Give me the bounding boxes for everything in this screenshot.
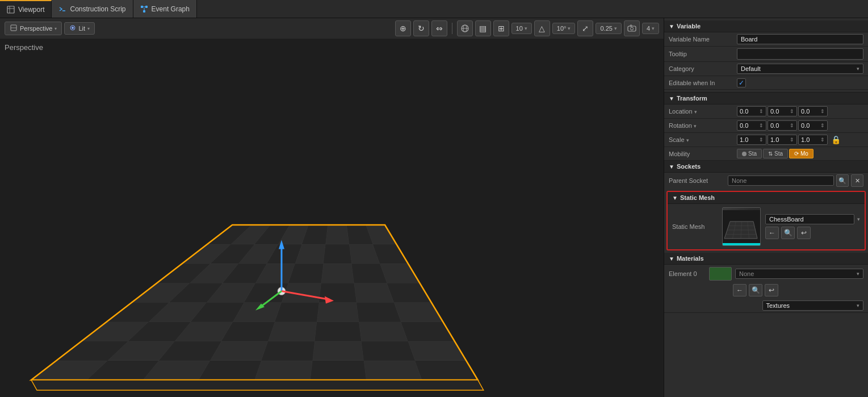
mesh-search-btn[interactable]: 🔍 xyxy=(781,227,795,239)
mobility-stationary-arrow-icon: ⇅ xyxy=(768,151,773,157)
sockets-arrow-icon: ▼ xyxy=(669,164,674,170)
mat-search-btn[interactable]: 🔍 xyxy=(749,284,762,296)
angle-icon-btn[interactable]: △ xyxy=(534,20,550,36)
scale-value: 1.0 ⇕ 1.0 ⇕ 1.0 ⇕ 🔒 xyxy=(737,135,863,145)
element0-dropdown[interactable]: None ▾ xyxy=(735,269,863,279)
sockets-section-header[interactable]: ▼ Sockets xyxy=(664,161,868,173)
parent-socket-input[interactable]: None xyxy=(728,175,834,186)
svg-rect-6 xyxy=(143,10,145,12)
socket-search-btn[interactable]: 🔍 xyxy=(836,174,849,187)
tab-bar: Viewport Construction Scrip Event Graph xyxy=(0,0,868,18)
category-dropdown-arrow: ▾ xyxy=(857,66,859,72)
camera-btn[interactable] xyxy=(624,20,640,36)
mesh-arrow-left-btn[interactable]: ← xyxy=(765,227,779,239)
mobility-movable-btn[interactable]: ⟳ Mo xyxy=(789,149,814,158)
tab-construction[interactable]: Construction Scrip xyxy=(52,0,133,18)
variable-name-label: Variable Name xyxy=(669,36,737,43)
scale-snap-btn[interactable]: 0.25 ▾ xyxy=(596,23,621,34)
checkbox-check-icon: ✓ xyxy=(739,79,744,87)
rotation-y-arrow-icon: ⇕ xyxy=(790,123,794,128)
mat-arrow-btn[interactable]: ← xyxy=(733,284,747,296)
transform-section-header[interactable]: ▼ Transform xyxy=(664,93,868,105)
variable-section: ▼ Variable Variable Name Board Tooltip xyxy=(664,18,868,93)
tab-event-graph[interactable]: Event Graph xyxy=(133,0,197,18)
rotation-y-input[interactable]: 0.0 ⇕ xyxy=(768,120,797,131)
maximize-btn[interactable]: ⤢ xyxy=(577,20,593,36)
element0-row: Element 0 None ▾ xyxy=(664,265,868,283)
right-panel: ▼ Variable Variable Name Board Tooltip xyxy=(664,18,868,397)
variable-section-header[interactable]: ▼ Variable xyxy=(664,20,868,32)
num4-value: 4 xyxy=(647,25,650,32)
location-z-arrow-icon: ⇕ xyxy=(820,108,825,114)
mat-refresh-btn[interactable]: ↩ xyxy=(765,284,778,296)
location-x-input[interactable]: 0.0 ⇕ xyxy=(737,106,766,116)
mesh-thumbnail-inner xyxy=(723,208,760,245)
graph-icon xyxy=(140,5,148,13)
sockets-section-title: Sockets xyxy=(677,163,701,170)
grid-btn[interactable]: ⊞ xyxy=(493,20,509,36)
materials-section-header[interactable]: ▼ Materials xyxy=(664,253,868,265)
location-y-input[interactable]: 0.0 ⇕ xyxy=(768,106,797,116)
static-mesh-arrow-icon: ▼ xyxy=(672,195,678,201)
variable-section-title: Variable xyxy=(677,23,701,30)
mesh-thumbnail xyxy=(722,207,761,246)
world-btn[interactable] xyxy=(457,20,473,36)
element0-color-box[interactable] xyxy=(709,267,732,281)
perspective-dropdown[interactable]: Perspective ▾ xyxy=(5,22,62,35)
snap-surface-btn[interactable]: ▤ xyxy=(475,20,491,36)
textures-dropdown[interactable]: Textures ▾ xyxy=(762,300,864,311)
snap-arrow-icon: ▾ xyxy=(525,26,527,31)
lit-label: Lit xyxy=(78,25,85,32)
static-mesh-section-header[interactable]: ▼ Static Mesh xyxy=(668,192,865,204)
svg-rect-0 xyxy=(7,6,14,13)
tab-viewport[interactable]: Viewport xyxy=(0,0,52,18)
static-mesh-section-title: Static Mesh xyxy=(680,194,715,201)
num4-btn[interactable]: 4 ▾ xyxy=(642,23,659,34)
mobility-static-btn[interactable]: Sta xyxy=(737,149,762,158)
editable-checkbox[interactable]: ✓ xyxy=(737,78,746,87)
mesh-refresh-btn[interactable]: ↩ xyxy=(797,227,811,239)
scale-y-input[interactable]: 1.0 ⇕ xyxy=(768,135,797,145)
viewport-area: Perspective ▾ Lit ▾ ⊕ ↻ ⇔ xyxy=(0,18,664,397)
variable-name-row: Variable Name Board xyxy=(664,32,868,47)
scale-label: Scale ▾ xyxy=(669,136,737,143)
scale-lock-icon: 🔒 xyxy=(831,135,841,144)
angle-value-btn[interactable]: 10° ▾ xyxy=(552,23,576,34)
tooltip-input[interactable] xyxy=(737,48,863,60)
location-x-arrow-icon: ⇕ xyxy=(759,108,764,114)
snap-value-btn[interactable]: 10 ▾ xyxy=(511,23,532,34)
rotation-z-input[interactable]: 0.0 ⇕ xyxy=(798,120,828,131)
mat-actions-row: ← 🔍 ↩ xyxy=(664,283,868,299)
editable-value: ✓ xyxy=(737,78,863,87)
toolbar-sep-1 xyxy=(452,23,452,34)
materials-section: ▼ Materials Element 0 None ▾ ← 🔍 ↩ xyxy=(664,253,868,313)
parent-socket-row: Parent Socket None 🔍 ✕ xyxy=(664,173,868,189)
script-icon xyxy=(58,5,66,13)
mobility-movable-icon: ⟳ xyxy=(794,151,799,157)
mobility-stationary-btn[interactable]: ⇅ Sta xyxy=(763,149,788,158)
translate-btn[interactable]: ⊕ xyxy=(395,20,411,36)
viewport-canvas[interactable]: Perspective xyxy=(0,39,664,397)
lit-dropdown[interactable]: Lit ▾ xyxy=(64,22,95,35)
mesh-preview-row: Static Mesh ChessBoard ▾ xyxy=(668,204,865,249)
category-dropdown[interactable]: Default ▾ xyxy=(737,64,863,74)
rotate-btn[interactable]: ↻ xyxy=(413,20,429,36)
rotation-x-input[interactable]: 0.0 ⇕ xyxy=(737,120,766,131)
angle-arrow-icon: ▾ xyxy=(568,26,571,31)
location-label: Location ▾ xyxy=(669,108,737,115)
scale-z-input[interactable]: 1.0 ⇕ xyxy=(798,135,828,145)
main-area: Perspective ▾ Lit ▾ ⊕ ↻ ⇔ xyxy=(0,18,868,397)
scale-x-input[interactable]: 1.0 ⇕ xyxy=(737,135,766,145)
variable-arrow-icon: ▼ xyxy=(669,23,674,30)
scale-dropdown-arrow-icon: ▾ xyxy=(686,137,689,143)
scale-btn[interactable]: ⇔ xyxy=(431,20,447,36)
socket-clear-btn[interactable]: ✕ xyxy=(851,174,863,187)
location-z-input[interactable]: 0.0 ⇕ xyxy=(798,106,828,116)
svg-rect-18 xyxy=(630,25,632,27)
variable-name-input[interactable]: Board xyxy=(737,34,863,44)
element0-label: Element 0 xyxy=(669,270,706,277)
mesh-thumbnail-canvas xyxy=(722,210,761,243)
svg-rect-16 xyxy=(628,26,636,31)
category-label: Category xyxy=(669,65,737,72)
mobility-static-dot-icon xyxy=(742,152,747,156)
